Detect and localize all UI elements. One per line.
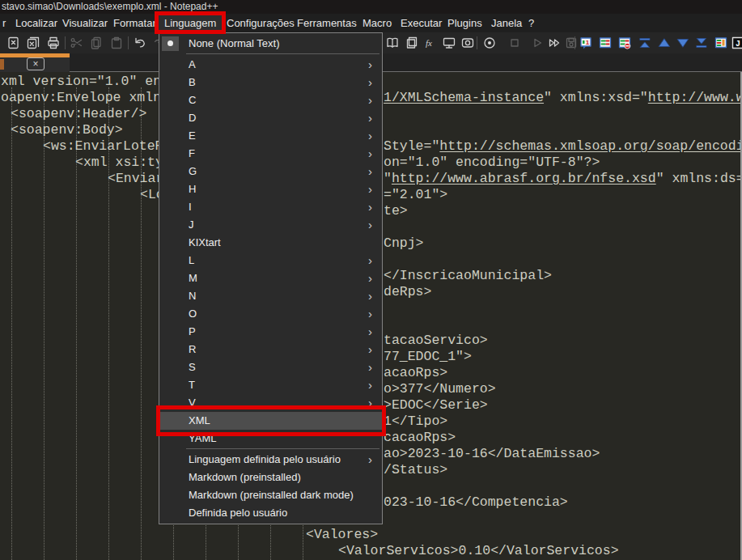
lang-menu-item-label: I: [189, 198, 192, 216]
doc-list-icon[interactable]: [405, 36, 419, 50]
lang-menu-item-definida-pelo-usu-rio[interactable]: Definida pelo usuário: [159, 504, 382, 522]
menubar-item-localizar[interactable]: Localizar: [15, 14, 57, 32]
menu-bar: rLocalizarVisualizarFormatarLinguagemCon…: [0, 14, 742, 32]
macro-save-icon[interactable]: [564, 36, 579, 50]
checked-radio-icon: [162, 36, 179, 51]
lang-menu-item-i[interactable]: I›: [159, 198, 382, 216]
svg-text:J: J: [736, 40, 740, 49]
lang-menu-item-o[interactable]: O›: [159, 305, 382, 323]
paste-icon[interactable]: [109, 36, 124, 50]
lang-menu-item-r[interactable]: R›: [159, 341, 382, 358]
bookmark-panel-icon[interactable]: 1: [579, 36, 593, 50]
submenu-arrow-icon: ›: [368, 252, 372, 269]
submenu-arrow-icon: ›: [368, 163, 372, 180]
snapshot-icon[interactable]: [460, 36, 475, 50]
menubar-item-ferramentas[interactable]: Ferramentas: [297, 14, 357, 32]
lang-menu-item-b[interactable]: B›: [159, 74, 382, 91]
menubar-item-r[interactable]: r: [2, 14, 6, 32]
submenu-arrow-icon: ›: [368, 394, 372, 412]
doc-monitor-icon[interactable]: [714, 36, 728, 50]
menubar-item-macro[interactable]: Macro: [363, 14, 392, 32]
macro-play-icon[interactable]: [530, 36, 545, 50]
lang-menu-item-s[interactable]: S›: [159, 358, 382, 376]
undo-icon[interactable]: [133, 36, 147, 50]
window-title: stavo.simao\Downloads\exemplo.xml - Note…: [2, 1, 218, 12]
lang-menu-item-m[interactable]: M›: [159, 269, 382, 287]
expand-all-icon[interactable]: [694, 36, 709, 50]
lang-menu-item-kixtart[interactable]: KIXtart: [159, 234, 382, 252]
lang-menu-item-a[interactable]: A›: [159, 56, 382, 74]
lang-menu-item-e[interactable]: E›: [159, 127, 382, 145]
code-line-fragment: acaoRps>: [384, 365, 447, 381]
macro-record-icon[interactable]: [482, 36, 497, 50]
submenu-arrow-icon: ›: [368, 74, 372, 91]
menubar-item-executar[interactable]: Executar: [401, 14, 442, 32]
submenu-arrow-icon: ›: [368, 127, 372, 145]
menubar-item-formatar[interactable]: Formatar: [113, 14, 156, 32]
lang-menu-item-markdown-preinstalled[interactable]: Markdown (preinstalled): [159, 469, 382, 486]
lang-menu-item-f[interactable]: F›: [159, 145, 382, 163]
macro-run-multiple-icon[interactable]: [547, 36, 562, 50]
submenu-arrow-icon: ›: [368, 145, 372, 163]
close-icon[interactable]: [6, 36, 21, 50]
copy-icon[interactable]: [89, 36, 104, 50]
scroll-down-icon[interactable]: [676, 36, 690, 50]
menubar-item-item[interactable]: ?: [528, 14, 534, 32]
lang-menu-item-yaml[interactable]: YAML: [159, 430, 382, 448]
lang-menu-item-none-normal-text[interactable]: None (Normal Text): [159, 35, 382, 53]
tab-close-button[interactable]: ×: [27, 57, 45, 70]
code-line-fragment: </InscricaoMunicipal>: [384, 268, 552, 284]
code-line-fragment: cacaoRps>: [384, 430, 456, 446]
lang-menu-item-markdown-preinstalled-dark-mode[interactable]: Markdown (preinstalled dark mode): [159, 486, 382, 504]
lang-menu-item-c[interactable]: C›: [159, 91, 382, 109]
clear-changes-icon[interactable]: [617, 36, 632, 50]
lang-menu-item-label: B: [189, 74, 196, 91]
submenu-arrow-icon: ›: [368, 305, 372, 323]
lang-menu-item-j[interactable]: J›: [159, 216, 382, 234]
lang-menu-item-label: O: [189, 305, 197, 323]
lang-menu-item-g[interactable]: G›: [159, 163, 382, 180]
code-line-fragment: o>377</Numero>: [384, 381, 496, 397]
lang-menu-item-h[interactable]: H›: [159, 180, 382, 198]
code-line-fragment: ="2.01">: [384, 187, 447, 203]
toolbar-separator: [128, 36, 129, 49]
menubar-item-plugins[interactable]: Plugins: [447, 14, 482, 32]
lang-menu-item-label: Markdown (preinstalled): [189, 469, 301, 486]
menu-separator: [186, 448, 379, 449]
code-line-fragment: deRps>: [384, 284, 431, 300]
toolbar-separator: [575, 36, 575, 49]
code-line-fragment: tacaoServico>: [384, 333, 488, 349]
cut-icon[interactable]: [70, 36, 84, 50]
menubar-item-configura-es[interactable]: Configurações: [227, 14, 295, 32]
active-tab[interactable]: ×: [0, 57, 70, 72]
lang-menu-item-l[interactable]: L›: [159, 252, 382, 269]
monitor-icon[interactable]: [442, 36, 456, 50]
submenu-arrow-icon: ›: [368, 198, 372, 216]
code-line-fragment: 023-10-16</Competencia>: [384, 494, 568, 511]
lang-menu-item-n[interactable]: N›: [159, 287, 382, 305]
lang-menu-item-xml[interactable]: XML: [159, 412, 382, 430]
macro-stop-icon[interactable]: [507, 36, 522, 50]
title-bar: stavo.simao\Downloads\exemplo.xml - Note…: [0, 0, 742, 14]
lang-menu-item-t[interactable]: T›: [159, 376, 382, 394]
lang-menu-item-p[interactable]: P›: [159, 323, 382, 341]
lang-menu-item-d[interactable]: D›: [159, 109, 382, 127]
close-all-icon[interactable]: [26, 36, 40, 50]
collapse-all-icon[interactable]: [638, 36, 652, 50]
lang-menu-item-v[interactable]: V›: [159, 394, 382, 412]
lang-menu-item-label: KIXtart: [189, 234, 221, 252]
toolbar-separator: [65, 36, 66, 49]
menubar-item-linguagem[interactable]: Linguagem: [159, 14, 222, 32]
menubar-item-janela[interactable]: Janela: [491, 14, 522, 32]
json-viewer-icon[interactable]: J: [731, 36, 742, 50]
submenu-arrow-icon: ›: [368, 91, 372, 109]
code-line-fragment: 1</Tipo>: [384, 414, 447, 430]
svg-text:1: 1: [586, 39, 590, 46]
changed-lines-icon[interactable]: [598, 36, 613, 50]
doc-map-icon[interactable]: [385, 36, 400, 50]
print-icon[interactable]: [46, 36, 61, 50]
scroll-up-icon[interactable]: [657, 36, 672, 50]
lang-menu-item-linguagem-definida-pelo-usu-rio[interactable]: Linguagem definida pelo usuário›: [159, 451, 382, 469]
function-list-icon[interactable]: fx: [423, 36, 438, 50]
menubar-item-visualizar[interactable]: Visualizar: [62, 14, 108, 32]
